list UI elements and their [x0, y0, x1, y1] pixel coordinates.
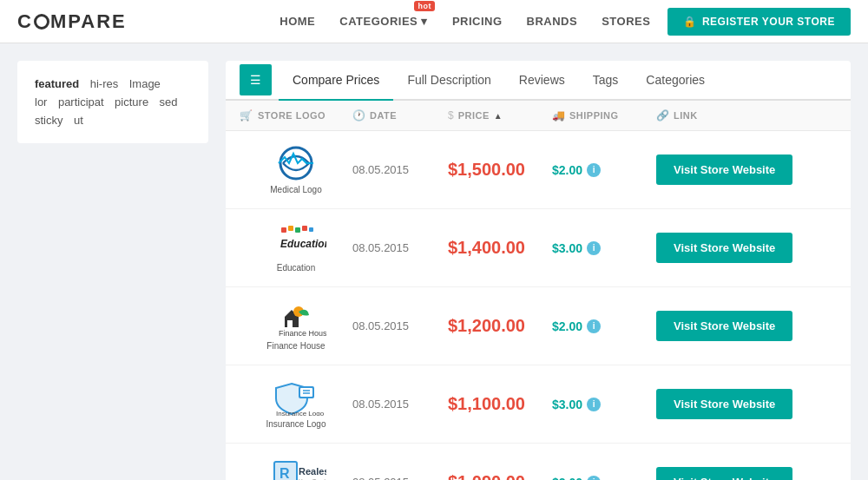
svg-text:R: R: [279, 466, 290, 480]
tag-sticky[interactable]: sticky: [35, 114, 63, 127]
link-icon: 🔗: [656, 109, 669, 122]
content-area: ☰ Compare Prices Full Description Review…: [226, 61, 851, 480]
row-price-5: $1,090.00: [448, 472, 552, 480]
register-button[interactable]: 🔒 REGISTER YOUR STORE: [667, 8, 851, 36]
tag-sed[interactable]: sed: [160, 95, 178, 108]
row-shipping-3: $2.00 i: [552, 319, 656, 333]
tabs-bar: ☰ Compare Prices Full Description Review…: [226, 61, 851, 101]
table-row: Education Education 08.05.2015 $1,400.00…: [226, 209, 851, 287]
sidebar-tags: featured hi-res Image lor participat pic…: [17, 61, 208, 143]
nav-badge: hot: [414, 1, 435, 11]
nav-home[interactable]: HOME: [279, 15, 315, 28]
svg-rect-3: [295, 227, 300, 233]
visit-store-button-3[interactable]: Visit Store Website: [656, 311, 792, 341]
row-price-1: $1,500.00: [448, 160, 552, 180]
site-logo[interactable]: CMPARE: [17, 10, 127, 33]
row-shipping-4: $3.00 i: [552, 398, 656, 411]
truck-icon: 🚚: [552, 109, 565, 122]
finance-logo-svg: Finance House: [266, 301, 326, 338]
tab-reviews[interactable]: Reviews: [505, 61, 579, 101]
svg-rect-5: [309, 227, 313, 232]
th-link: 🔗 LINK: [656, 109, 837, 122]
row-link-5: Visit Store Website: [656, 467, 837, 480]
tag-ut[interactable]: ut: [74, 114, 83, 127]
th-price-label: PRICE: [458, 110, 490, 121]
main-layout: featured hi-res Image lor participat pic…: [0, 43, 868, 480]
medical-logo-svg: [266, 145, 326, 181]
row-price-3: $1,200.00: [448, 316, 552, 336]
tag-lor[interactable]: lor: [35, 95, 47, 108]
lock-icon: 🔒: [683, 16, 697, 28]
table-header: 🛒 STORE LOGO 🕐 DATE $ PRICE ▲ 🚚 SHIPPING…: [226, 101, 851, 131]
tag-featured[interactable]: featured: [35, 77, 79, 90]
tab-compare-prices[interactable]: Compare Prices: [279, 61, 393, 101]
svg-text:Education: Education: [280, 238, 326, 250]
nav-brands[interactable]: BRANDS: [527, 15, 578, 28]
nav-pricing[interactable]: PRICING: [452, 15, 503, 28]
medical-logo-name: Medical Logo: [270, 185, 321, 194]
th-link-label: LINK: [674, 110, 698, 121]
nav-categories[interactable]: CATEGORIES ▾ hot: [339, 15, 428, 28]
store-logo-realestate: R Realestate Your Tag Line Here Realesta…: [240, 457, 352, 480]
table-row: Medical Logo 08.05.2015 $1,500.00 $2.00 …: [226, 131, 851, 209]
info-icon-1[interactable]: i: [587, 163, 601, 177]
row-link-1: Visit Store Website: [656, 155, 837, 185]
svg-text:Insurance Logo: Insurance Logo: [276, 410, 325, 416]
svg-rect-4: [302, 226, 307, 231]
svg-rect-1: [281, 227, 286, 233]
education-logo-name: Education: [277, 263, 315, 273]
th-price[interactable]: $ PRICE ▲: [448, 109, 552, 122]
svg-rect-2: [288, 226, 293, 231]
svg-text:Finance House: Finance House: [279, 329, 326, 338]
tag-image[interactable]: Image: [129, 77, 161, 90]
tab-tags[interactable]: Tags: [579, 61, 633, 101]
th-logo-label: STORE LOGO: [258, 110, 326, 121]
clock-icon: 🕐: [352, 109, 365, 122]
tab-full-description[interactable]: Full Description: [393, 61, 504, 101]
info-icon-3[interactable]: i: [587, 319, 601, 333]
nav-stores[interactable]: STORES: [602, 15, 650, 28]
tab-icon-menu[interactable]: ☰: [240, 64, 272, 95]
info-icon-5[interactable]: i: [587, 476, 601, 481]
row-date-3: 08.05.2015: [352, 319, 448, 332]
sidebar: featured hi-res Image lor participat pic…: [17, 61, 208, 480]
realestate-logo-svg: R Realestate Your Tag Line Here: [266, 457, 326, 480]
visit-store-button-5[interactable]: Visit Store Website: [656, 467, 792, 480]
svg-text:Realestate: Realestate: [299, 466, 326, 477]
store-logo-finance: Finance House Finance House: [240, 301, 352, 351]
education-logo-svg: Education: [266, 223, 326, 260]
row-date-1: 08.05.2015: [352, 163, 448, 176]
store-logo-medical: Medical Logo: [240, 145, 352, 194]
row-link-2: Visit Store Website: [656, 233, 837, 263]
store-logo-education: Education Education: [240, 223, 352, 273]
row-price-4: $1,100.00: [448, 394, 552, 414]
cart-icon: 🛒: [240, 109, 253, 122]
finance-logo-name: Finance House: [266, 341, 325, 351]
tag-hi-res[interactable]: hi-res: [90, 77, 119, 90]
visit-store-button-4[interactable]: Visit Store Website: [656, 389, 792, 419]
th-shipping-label: SHIPPING: [569, 110, 619, 121]
visit-store-button-2[interactable]: Visit Store Website: [656, 233, 792, 263]
row-date-2: 08.05.2015: [352, 241, 448, 254]
navbar: CMPARE HOME CATEGORIES ▾ hot PRICING BRA…: [0, 0, 868, 43]
table-row: R Realestate Your Tag Line Here Realesta…: [226, 444, 851, 480]
svg-rect-8: [287, 320, 293, 327]
info-icon-2[interactable]: i: [587, 241, 601, 255]
dollar-icon: $: [448, 109, 454, 122]
row-price-2: $1,400.00: [448, 238, 552, 258]
row-shipping-5: $2.00 i: [552, 476, 656, 481]
info-icon-4[interactable]: i: [587, 398, 601, 411]
visit-store-button-1[interactable]: Visit Store Website: [656, 155, 792, 185]
row-shipping-2: $3.00 i: [552, 241, 656, 255]
tag-picture[interactable]: picture: [115, 95, 148, 108]
tab-categories[interactable]: Categories: [632, 61, 719, 101]
th-logo: 🛒 STORE LOGO: [240, 109, 352, 122]
row-date-5: 08.05.2015: [352, 476, 448, 480]
row-link-3: Visit Store Website: [656, 311, 837, 341]
nav-links: HOME CATEGORIES ▾ hot PRICING BRANDS STO…: [279, 15, 650, 28]
tag-participat[interactable]: participat: [58, 95, 104, 108]
insurance-logo-name: Insurance Logo: [266, 419, 326, 429]
sort-arrow-icon: ▲: [494, 111, 503, 121]
th-date-label: DATE: [370, 110, 397, 121]
th-shipping: 🚚 SHIPPING: [552, 109, 656, 122]
